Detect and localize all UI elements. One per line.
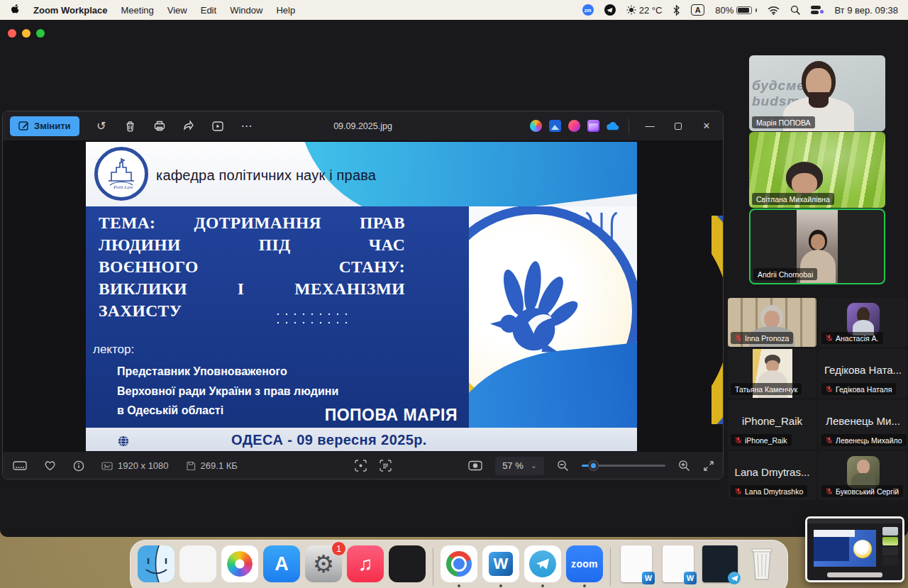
battery-percent-label: 80%	[715, 5, 733, 16]
ocr-text-icon[interactable]	[380, 460, 392, 472]
slide-footer-text: ОДЕСА - 09 вересня 2025р.	[231, 432, 427, 448]
file-size-label: 269.1 КБ	[201, 460, 238, 471]
running-indicator	[541, 584, 544, 587]
viewer-canvas: ТЕМА: ДОТРИМАННЯ ПРАВ ЛЮДИНИ ПІД ЧАС ВОЄ…	[3, 141, 723, 451]
menubar-clock[interactable]: Вт 9 вер. 09:38	[834, 5, 898, 16]
menu-help[interactable]: Help	[276, 5, 295, 16]
wifi-icon[interactable]	[768, 6, 780, 15]
bluetooth-icon[interactable]	[672, 5, 680, 16]
zoom-in-icon[interactable]	[678, 460, 690, 472]
fullscreen-window-button[interactable]	[36, 29, 45, 38]
keyboard-layout-icon[interactable]: A	[691, 4, 704, 16]
dock-minimized-telegram-window[interactable]	[702, 545, 738, 582]
info-icon[interactable]	[73, 460, 84, 472]
zoom-out-icon[interactable]	[557, 460, 569, 472]
speaker-name: ПОПОВА МАРІЯ	[325, 406, 458, 425]
dock-telegram-icon[interactable]	[524, 545, 561, 582]
fullscreen-icon[interactable]	[703, 460, 714, 472]
slide-header: Polit Law кафедра політичних наук і прав…	[86, 142, 637, 206]
zoom-slider[interactable]	[582, 465, 665, 467]
control-center-icon[interactable]	[811, 5, 824, 15]
zoom-meeting-window: Змінити ↺ ⋯ 09.09.2025.jpg	[0, 20, 908, 537]
video-play-icon[interactable]	[211, 120, 224, 133]
viewer-close-button[interactable]: ✕	[696, 117, 717, 135]
muted-mic-icon	[735, 487, 742, 495]
video-tile-andrii-active-speaker[interactable]: Andrii Chornobai	[749, 209, 885, 284]
slide-navy-panel: ТЕМА: ДОТРИМАННЯ ПРАВ ЛЮДИНИ ПІД ЧАС ВОЄ…	[86, 206, 469, 428]
next-image-sliver	[712, 216, 723, 424]
video-tile-svitlana[interactable]: Світлана Михайлівна	[749, 132, 885, 208]
dock-chrome-icon[interactable]	[441, 545, 477, 582]
participant-name-label: Марія ПОПОВА	[752, 116, 815, 128]
designer-icon[interactable]	[549, 120, 561, 132]
editor-icon[interactable]	[568, 120, 580, 132]
dock-settings-icon[interactable]: ⚙ 1	[305, 545, 342, 582]
viewer-minimize-button[interactable]: —	[639, 117, 660, 135]
slide-dots-decoration	[274, 310, 353, 326]
muted-mic-icon	[826, 334, 833, 342]
file-size: 269.1 КБ	[186, 460, 238, 471]
minimize-window-button[interactable]	[22, 29, 31, 38]
menu-bar: Zoom Workplace Meeting View Edit Window …	[0, 0, 908, 20]
participant-name-label: Andrii Chornobai	[753, 268, 817, 280]
weather-item[interactable]: 22 °C	[626, 5, 663, 16]
dock-separator	[433, 548, 433, 586]
zoom-percent-dropdown[interactable]: 57 % ⌄	[495, 457, 544, 475]
menu-zoom-workplace[interactable]: Zoom Workplace	[33, 5, 108, 16]
zoom-slider-thumb[interactable]	[589, 461, 598, 470]
avatar-tile-anastasia[interactable]: Анастасія А.	[819, 298, 907, 347]
muted-mic-icon	[735, 334, 742, 342]
video-tile-tatyana[interactable]: Татьяна Каменчук	[728, 349, 816, 398]
battery-indicator[interactable]: 80%	[715, 5, 757, 16]
onedrive-icon[interactable]	[607, 120, 619, 132]
edit-button[interactable]: Змінити	[10, 116, 79, 136]
dock-trash-icon[interactable]	[743, 545, 780, 582]
viewer-toolbar: Змінити ↺ ⋯ 09.09.2025.jpg	[3, 111, 723, 141]
telegram-menubar-icon[interactable]	[604, 4, 616, 16]
screenshot-preview-thumbnail[interactable]	[805, 516, 904, 582]
slideshow-icon[interactable]	[468, 460, 482, 471]
visual-search-icon[interactable]	[355, 460, 367, 472]
filmstrip-icon[interactable]	[13, 460, 27, 471]
menu-window[interactable]: Window	[230, 5, 262, 16]
dock-figma-icon[interactable]	[389, 545, 426, 582]
dock-music-icon[interactable]: ♫	[347, 545, 384, 582]
menu-edit[interactable]: Edit	[201, 5, 216, 16]
dock-word-icon[interactable]: W	[482, 545, 519, 582]
name-tile-gedikova[interactable]: Гедікова Ната... Гедікова Наталя	[819, 349, 907, 398]
temperature-label: 22 °C	[639, 5, 663, 16]
word-badge: W	[684, 572, 697, 584]
video-tile-inna[interactable]: Inna Pronoza	[728, 298, 816, 347]
menu-view[interactable]: View	[167, 5, 187, 16]
close-window-button[interactable]	[8, 29, 16, 38]
dock-photos-icon[interactable]	[221, 545, 258, 582]
gallery-icon[interactable]	[587, 120, 599, 132]
delete-icon[interactable]	[124, 120, 137, 133]
notification-dot	[820, 10, 824, 13]
name-tile-lana[interactable]: Lana Dmytras... Lana Dmytrashko	[728, 451, 816, 500]
share-icon[interactable]	[182, 120, 195, 133]
more-options-icon[interactable]: ⋯	[240, 120, 253, 133]
dock-minimized-word-document-2[interactable]: W	[660, 545, 697, 582]
name-tile-iphone-raik[interactable]: iPhone_Raik iPhone_Raik	[728, 400, 816, 449]
zoom-menubar-icon[interactable]: zm	[582, 4, 594, 16]
avatar-tile-bukovskyi[interactable]: Буковський Сергій	[819, 451, 907, 500]
favorite-heart-icon[interactable]	[44, 460, 56, 471]
dock-launchpad-icon[interactable]	[179, 545, 216, 582]
dock-minimized-word-document-1[interactable]: W	[618, 545, 655, 582]
dock-zoom-icon[interactable]: zoom	[566, 545, 603, 582]
dock-appstore-icon[interactable]: A	[263, 545, 300, 582]
video-tile-maria[interactable]: будсмеbudsm Марія ПОПОВА	[749, 55, 885, 131]
copilot-icon[interactable]	[530, 120, 542, 132]
viewer-file-title: 09.09.2025.jpg	[333, 121, 392, 131]
menu-meeting[interactable]: Meeting	[121, 5, 154, 16]
dock-finder-icon[interactable]	[138, 545, 175, 582]
rotate-icon[interactable]: ↺	[95, 120, 108, 133]
print-icon[interactable]	[153, 120, 166, 133]
dock: A ⚙ 1 ♫ W zoom W	[130, 540, 788, 588]
apple-menu-icon[interactable]	[10, 4, 20, 16]
viewer-maximize-button[interactable]	[668, 117, 689, 135]
spotlight-search-icon[interactable]	[790, 5, 800, 15]
name-tile-levenets[interactable]: Левенець Ми... Левенець Михайло	[819, 400, 907, 449]
dimensions-label: 1920 x 1080	[118, 460, 169, 471]
